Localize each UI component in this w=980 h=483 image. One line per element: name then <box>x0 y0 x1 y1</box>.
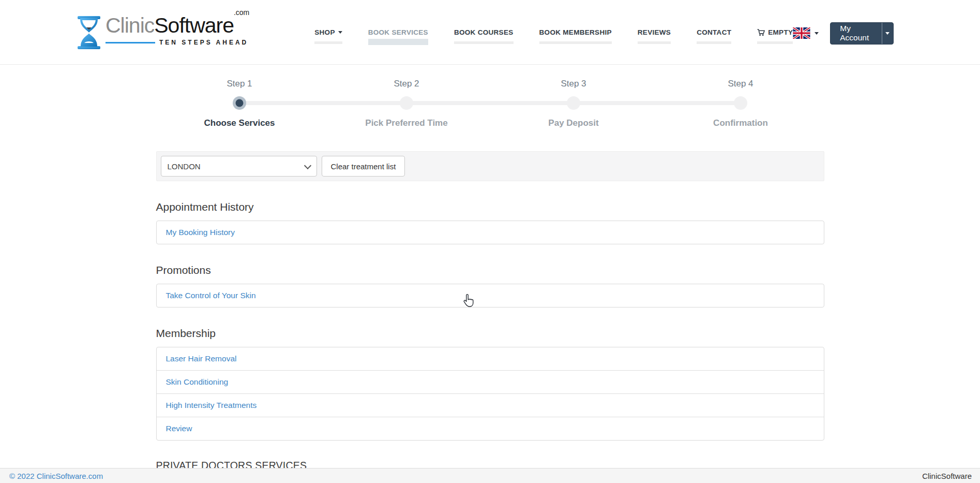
membership-box: Laser Hair Removal Skin Conditioning Hig… <box>156 347 824 441</box>
promotions-box: Take Control of Your Skin <box>156 284 824 308</box>
step-2-pick-preferred-time: Step 2 Pick Preferred Time <box>323 79 490 128</box>
step-4-confirmation: Step 4 Confirmation <box>657 79 824 128</box>
nav-book-services-label: Book Services <box>368 28 428 36</box>
nav-book-membership-label: Book Membership <box>539 28 612 36</box>
location-select[interactable]: LONDON <box>161 156 317 177</box>
list-item[interactable]: My Booking History <box>157 221 824 244</box>
logo-clinic-text: Clinic <box>105 15 154 36</box>
list-item[interactable]: Take Control of Your Skin <box>157 284 824 307</box>
promotions-heading: Promotions <box>156 264 824 276</box>
nav-book-courses-label: Book Courses <box>454 28 514 36</box>
step-3-dot <box>567 96 580 110</box>
nav-item-shop[interactable]: Shop <box>314 28 342 44</box>
logo-tagline-rule <box>105 42 155 43</box>
location-select-wrap: LONDON <box>161 156 317 177</box>
nav-item-book-courses[interactable]: Book Courses <box>454 28 514 44</box>
step-3-pay-deposit: Step 3 Pay Deposit <box>490 79 657 128</box>
nav-item-cart-empty[interactable]: Empty <box>757 28 793 44</box>
logo-text: ClinicSoftware .com TEN STEPS AHEAD <box>105 15 248 46</box>
review-link[interactable]: Review <box>166 424 192 433</box>
nav-reviews-label: Reviews <box>638 28 671 36</box>
step-1-dot <box>233 96 246 110</box>
skin-conditioning-link[interactable]: Skin Conditioning <box>166 377 229 386</box>
header: ClinicSoftware .com TEN STEPS AHEAD Shop… <box>0 0 980 65</box>
step-title: Step 2 <box>323 79 490 89</box>
list-item[interactable]: Skin Conditioning <box>157 370 824 393</box>
my-account-button[interactable]: My Account <box>831 23 881 44</box>
step-title: Step 4 <box>657 79 824 89</box>
footer-copyright-link[interactable]: © 2022 ClinicSoftware.com <box>9 472 103 480</box>
step-2-dot <box>400 96 413 110</box>
nav-item-book-membership[interactable]: Book Membership <box>539 28 612 44</box>
chevron-down-icon <box>885 32 889 35</box>
nav-contact-label: Contact <box>697 28 731 36</box>
hourglass-logo-icon <box>78 16 100 49</box>
chevron-down-icon <box>338 31 342 34</box>
laser-hair-removal-link[interactable]: Laser Hair Removal <box>166 354 237 363</box>
cart-icon <box>757 29 765 36</box>
footer-brand-text: ClinicSoftware <box>922 472 972 480</box>
step-name: Confirmation <box>657 118 824 128</box>
step-name: Pick Preferred Time <box>323 118 490 128</box>
logo-software-text: Software <box>154 15 234 36</box>
main-nav: Shop Book Services Book Courses Book Mem… <box>314 28 793 45</box>
booking-progress-steps: Step 1 Choose Services Step 2 Pick Prefe… <box>156 79 824 128</box>
location-toolbar: LONDON Clear treatment list <box>156 151 824 181</box>
my-account-split-button: My Account <box>830 22 894 45</box>
step-title: Step 1 <box>156 79 323 89</box>
main-content: LONDON Clear treatment list Appointment … <box>156 151 824 472</box>
take-control-of-your-skin-link[interactable]: Take Control of Your Skin <box>166 291 256 300</box>
uk-flag-icon <box>793 27 810 39</box>
footer: © 2022 ClinicSoftware.com ClinicSoftware <box>0 468 980 483</box>
nav-item-contact[interactable]: Contact <box>697 28 731 44</box>
logo-tagline-text: TEN STEPS AHEAD <box>159 39 248 46</box>
clear-treatment-list-button[interactable]: Clear treatment list <box>322 156 405 177</box>
language-selector[interactable] <box>793 27 819 39</box>
logo-com-text: .com <box>234 9 249 16</box>
list-item[interactable]: High Intensity Treatments <box>157 393 824 417</box>
clinicsoftware-logo[interactable]: ClinicSoftware .com TEN STEPS AHEAD <box>78 15 248 49</box>
nav-item-reviews[interactable]: Reviews <box>638 28 671 44</box>
my-account-label: My Account <box>840 24 872 42</box>
nav-item-book-services[interactable]: Book Services <box>368 28 428 45</box>
list-item[interactable]: Review <box>157 417 824 440</box>
step-name: Choose Services <box>156 118 323 128</box>
step-1-choose-services: Step 1 Choose Services <box>156 79 323 128</box>
my-booking-history-link[interactable]: My Booking History <box>166 228 235 237</box>
step-name: Pay Deposit <box>490 118 657 128</box>
header-right: My Account <box>793 22 894 45</box>
nav-empty-label: Empty <box>768 28 793 36</box>
step-title: Step 3 <box>490 79 657 89</box>
high-intensity-treatments-link[interactable]: High Intensity Treatments <box>166 401 257 409</box>
appointment-history-heading: Appointment History <box>156 201 824 213</box>
chevron-down-icon <box>815 32 819 35</box>
membership-heading: Membership <box>156 327 824 340</box>
step-4-dot <box>734 96 747 110</box>
my-account-dropdown-toggle[interactable] <box>882 23 893 44</box>
nav-shop-label: Shop <box>314 28 335 36</box>
list-item[interactable]: Laser Hair Removal <box>157 347 824 370</box>
appointment-history-box: My Booking History <box>156 221 824 244</box>
